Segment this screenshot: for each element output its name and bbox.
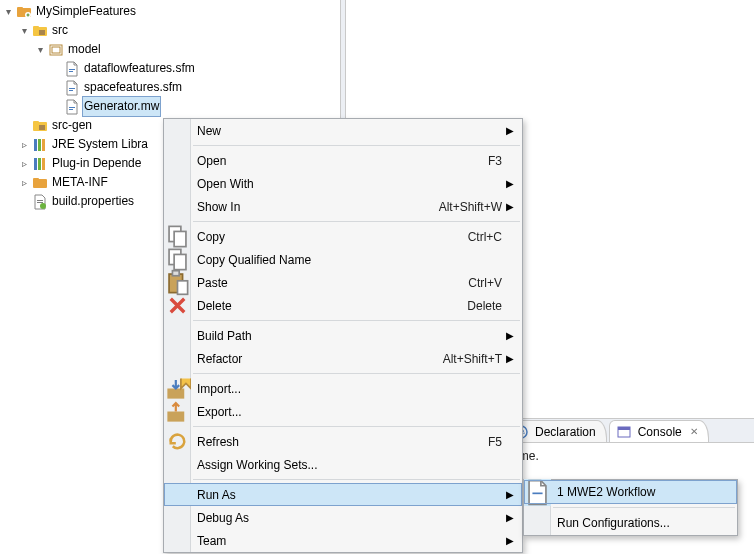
- svg-rect-25: [37, 200, 43, 201]
- properties-file-icon: [32, 194, 48, 210]
- svg-rect-7: [52, 47, 60, 53]
- menu-separator: [193, 221, 520, 222]
- menu-separator: [193, 145, 520, 146]
- shortcut: Delete: [467, 299, 522, 313]
- shortcut: Ctrl+C: [468, 230, 522, 244]
- tree-label: dataflowfeatures.sfm: [82, 59, 197, 78]
- svg-rect-10: [69, 88, 75, 89]
- shortcut: F3: [488, 154, 522, 168]
- tree-src[interactable]: ▾ src: [0, 21, 340, 40]
- svg-rect-12: [69, 107, 75, 108]
- menu-delete[interactable]: DeleteDelete: [164, 294, 522, 317]
- expand-toggle[interactable]: ▾: [32, 40, 48, 59]
- svg-rect-16: [39, 125, 45, 130]
- close-icon[interactable]: ✕: [690, 426, 698, 437]
- menu-separator: [193, 479, 520, 480]
- submenu-arrow-icon: ▶: [506, 178, 514, 189]
- submenu-arrow-icon: ▶: [506, 512, 514, 523]
- tree-file[interactable]: dataflowfeatures.sfm: [0, 59, 340, 78]
- tree-label: JRE System Libra: [50, 135, 150, 154]
- submenu-arrow-icon: ▶: [506, 125, 514, 136]
- submenu-run-configurations[interactable]: Run Configurations...: [524, 511, 737, 535]
- tab-console[interactable]: Console ✕: [609, 420, 709, 442]
- menu-separator: [193, 320, 520, 321]
- library-icon: [32, 156, 48, 172]
- svg-point-27: [40, 203, 46, 209]
- menu-team[interactable]: Team▶: [164, 529, 522, 552]
- svg-rect-18: [38, 139, 41, 151]
- menu-copy[interactable]: CopyCtrl+C: [164, 225, 522, 248]
- source-folder-icon: [32, 118, 48, 134]
- shortcut: F5: [488, 435, 522, 449]
- menu-separator: [193, 426, 520, 427]
- expand-toggle[interactable]: ▹: [16, 135, 32, 154]
- menu-refresh[interactable]: RefreshF5: [164, 430, 522, 453]
- svg-rect-35: [174, 254, 186, 269]
- tree-label: src: [50, 21, 70, 40]
- submenu-arrow-icon: ▶: [506, 201, 514, 212]
- tree-label: MySimpleFeatures: [34, 2, 138, 21]
- tab-label: Declaration: [535, 425, 596, 439]
- menu-open-with[interactable]: Open With▶: [164, 172, 522, 195]
- menu-paste[interactable]: PasteCtrl+V: [164, 271, 522, 294]
- submenu-arrow-icon: ▶: [506, 489, 514, 500]
- tab-label: Console: [638, 425, 682, 439]
- svg-rect-8: [69, 69, 75, 70]
- tree-model[interactable]: ▾ model: [0, 40, 340, 59]
- delete-icon: [164, 292, 191, 319]
- project-icon: [16, 4, 32, 20]
- svg-rect-21: [38, 158, 41, 170]
- submenu-arrow-icon: ▶: [506, 535, 514, 546]
- svg-rect-20: [34, 158, 37, 170]
- svg-rect-37: [172, 271, 179, 276]
- shortcut: Ctrl+V: [468, 276, 522, 290]
- tree-file-selected[interactable]: Generator.mw: [0, 97, 340, 116]
- menu-debug-as[interactable]: Debug As▶: [164, 506, 522, 529]
- refresh-icon: [164, 428, 191, 455]
- tree-file[interactable]: spacefeatures.sfm: [0, 78, 340, 97]
- svg-rect-17: [34, 139, 37, 151]
- menu-import[interactable]: Import...: [164, 377, 522, 400]
- menu-separator: [553, 507, 735, 508]
- expand-toggle[interactable]: ▾: [16, 21, 32, 40]
- folder-icon: [32, 175, 48, 191]
- submenu-mwe2-workflow[interactable]: 1 MWE2 Workflow: [524, 480, 737, 504]
- tree-label: model: [66, 40, 103, 59]
- file-icon: [64, 99, 80, 115]
- expand-toggle[interactable]: ▾: [0, 2, 16, 21]
- tree-label: build.properties: [50, 192, 136, 211]
- svg-rect-13: [69, 109, 73, 110]
- tree-project[interactable]: ▾ MySimpleFeatures: [0, 2, 340, 21]
- svg-rect-1: [17, 7, 23, 10]
- workflow-file-icon: [524, 479, 551, 506]
- submenu-arrow-icon: ▶: [506, 353, 514, 364]
- menu-new[interactable]: New▶: [164, 119, 522, 142]
- tree-label: Generator.mw: [82, 96, 161, 117]
- menu-refactor[interactable]: RefactorAlt+Shift+T▶: [164, 347, 522, 370]
- svg-rect-5: [39, 30, 45, 35]
- menu-show-in[interactable]: Show InAlt+Shift+W▶: [164, 195, 522, 218]
- expand-toggle[interactable]: ▹: [16, 154, 32, 173]
- export-icon: [164, 398, 191, 425]
- tree-label: META-INF: [50, 173, 110, 192]
- run-as-submenu[interactable]: 1 MWE2 Workflow Run Configurations...: [523, 479, 738, 536]
- menu-build-path[interactable]: Build Path▶: [164, 324, 522, 347]
- svg-rect-40: [167, 412, 184, 422]
- menu-open[interactable]: OpenF3: [164, 149, 522, 172]
- menu-run-as[interactable]: Run As▶: [164, 483, 522, 506]
- svg-rect-24: [33, 178, 39, 181]
- svg-rect-19: [42, 139, 45, 151]
- tree-label: src-gen: [50, 116, 94, 135]
- svg-rect-33: [174, 231, 186, 246]
- svg-rect-15: [33, 121, 39, 124]
- menu-copy-qualified[interactable]: Copy Qualified Name: [164, 248, 522, 271]
- menu-export[interactable]: Export...: [164, 400, 522, 423]
- expand-toggle[interactable]: ▹: [16, 173, 32, 192]
- package-icon: [48, 42, 64, 58]
- context-menu[interactable]: New▶ OpenF3 Open With▶ Show InAlt+Shift+…: [163, 118, 523, 553]
- svg-rect-31: [618, 427, 630, 430]
- svg-rect-26: [37, 202, 43, 203]
- menu-assign-working-sets[interactable]: Assign Working Sets...: [164, 453, 522, 476]
- svg-rect-11: [69, 90, 73, 91]
- svg-rect-9: [69, 71, 73, 72]
